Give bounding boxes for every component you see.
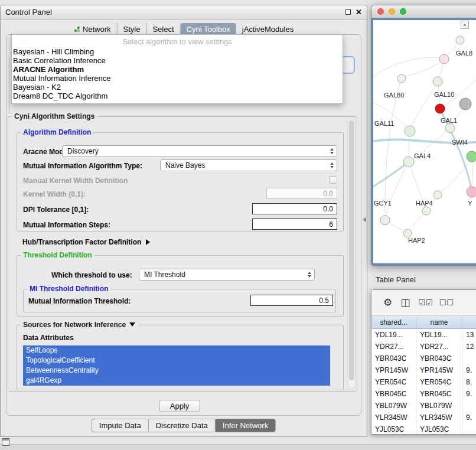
- close-traffic-light[interactable]: [377, 8, 384, 15]
- float-panel-icon[interactable]: [345, 9, 351, 15]
- algorithm-option[interactable]: Basic Correlation Inference: [12, 56, 343, 65]
- attribute-list-item[interactable]: BetweennessCentrality: [23, 366, 330, 376]
- aracne-mode-select[interactable]: Discovery: [62, 145, 337, 157]
- dpi-tolerance-label: DPI Tolerance [0,1]:: [23, 206, 89, 214]
- network-node: [433, 191, 442, 199]
- algorithm-option[interactable]: Dream8 DC_TDC Algorithm: [12, 92, 343, 100]
- attribute-list-item[interactable]: SelfLoops: [23, 345, 330, 356]
- select-all-checks-icon[interactable]: ☑☑: [418, 299, 433, 306]
- table-row[interactable]: YBR045CYBR045C9.: [371, 388, 476, 400]
- which-threshold-value: MI Threshold: [144, 270, 185, 279]
- table-body: YDL19...YDL19...13YDR27...YDR27...12YBR0…: [371, 329, 476, 434]
- network-edge: [373, 162, 409, 187]
- close-icon[interactable]: ✕: [356, 9, 362, 15]
- kernel-width-field[interactable]: 0.0: [266, 188, 337, 199]
- dpi-tolerance-field[interactable]: 0.0: [252, 203, 337, 214]
- panel-title: Control Panel: [5, 8, 52, 17]
- node-label: Y: [468, 200, 472, 207]
- zoom-traffic-light[interactable]: [400, 8, 406, 15]
- mi-threshold-field[interactable]: 0.5: [250, 295, 333, 306]
- network-window-titlebar[interactable]: [371, 5, 476, 18]
- algorithm-option[interactable]: Bayesian - K2: [12, 83, 343, 92]
- network-edge: [385, 79, 402, 220]
- tab-label: Network: [83, 25, 111, 34]
- mi-threshold-group: MI Threshold Definition Mutual Informati…: [23, 289, 336, 312]
- table-row[interactable]: YJL053CYJL053C: [371, 423, 476, 434]
- attribute-list-item[interactable]: TopologicalCoefficient: [23, 356, 330, 366]
- network-node: [422, 207, 431, 215]
- scrollbar-thumb[interactable]: [349, 120, 354, 380]
- tab-cyni-toolbox[interactable]: Cyni Toolbox: [181, 23, 236, 35]
- which-threshold-select[interactable]: MI Threshold: [139, 269, 315, 281]
- table-cell: YPR145W: [371, 364, 416, 376]
- settings-scrollbar[interactable]: [348, 119, 356, 388]
- table-row[interactable]: YPR145WYPR145W9.: [371, 364, 476, 376]
- node-label: GAL80: [384, 92, 404, 99]
- dpi-tolerance-value: 0.0: [323, 205, 333, 213]
- table-cell: YER054C: [416, 376, 462, 388]
- panel-splitter-handle[interactable]: [363, 217, 366, 222]
- column-header-extra[interactable]: [462, 316, 476, 328]
- tab-discretize-data[interactable]: Discretize Data: [148, 419, 215, 432]
- algorithm-option[interactable]: Mutual Information Inference: [12, 74, 343, 83]
- node-label: HAP2: [408, 237, 425, 244]
- tab-select[interactable]: Select: [146, 23, 180, 35]
- hidden-group-border: [9, 57, 9, 113]
- table-row[interactable]: YLR345WYLR345W9.: [371, 412, 476, 423]
- mi-algorithm-type-label: Mutual Information Algorithm Type:: [23, 162, 142, 170]
- node-label: GAL10: [434, 91, 454, 98]
- table-row[interactable]: YBR043CYBR043C: [371, 353, 476, 364]
- expand-arrow-icon: [146, 239, 150, 245]
- algorithm-option[interactable]: Bayesian - Hill Climbing: [12, 47, 343, 56]
- top-tab-bar: Network Style Select Cyni Toolbox jActiv…: [68, 23, 299, 35]
- restore-panel-icon[interactable]: [2, 438, 9, 446]
- table-row[interactable]: YBL079WYBL079W: [371, 400, 476, 412]
- sources-title[interactable]: Sources for Network Inference: [21, 321, 138, 329]
- table-cell: 9.: [462, 412, 476, 423]
- attribute-list-item[interactable]: gal4RGexp: [23, 376, 330, 386]
- mi-steps-field[interactable]: 6: [252, 219, 337, 230]
- mi-algorithm-type-select[interactable]: Naive Bayes: [160, 159, 337, 171]
- algorithm-definition-group: Algorithm Definition Aracne Mode: Discov…: [17, 132, 344, 231]
- column-header-shared-name[interactable]: shared...: [371, 316, 416, 328]
- network-node: [405, 126, 415, 136]
- table-cell: [462, 423, 476, 434]
- sources-title-text: Sources for Network Inference: [23, 321, 126, 329]
- tab-style[interactable]: Style: [118, 23, 147, 35]
- tab-network[interactable]: Network: [68, 23, 118, 35]
- threshold-definition-title: Threshold Definition: [21, 251, 94, 259]
- stepper-icon: [330, 148, 334, 154]
- network-canvas[interactable]: GAL8GAL80GAL10GAL11GAL1SWI4GAL4GCY1HAP4Y…: [371, 18, 476, 265]
- deselect-all-checks-icon[interactable]: ☐☐: [439, 299, 454, 306]
- table-row[interactable]: YDR27...YDR27...12: [371, 341, 476, 353]
- columns-icon[interactable]: ◫: [400, 298, 410, 308]
- table-row[interactable]: YDL19...YDL19...13: [371, 329, 476, 341]
- screen: Control Panel ✕ Network Style Select Cyn…: [0, 0, 476, 450]
- network-node: [445, 123, 455, 133]
- network-node: [459, 98, 471, 110]
- table-cell: YBR045C: [371, 388, 416, 400]
- manual-kernel-width-checkbox[interactable]: [330, 176, 337, 184]
- tab-jactivemodules[interactable]: jActiveModules: [236, 23, 299, 35]
- tab-label: jActiveModules: [242, 25, 294, 34]
- table-row[interactable]: YER054CYER054C8.: [371, 376, 476, 388]
- canvas-scroll-button[interactable]: [461, 21, 469, 29]
- table-cell: [462, 353, 476, 364]
- network-node: [403, 229, 412, 237]
- kernel-width-label: Kernel Width (0,1):: [23, 190, 86, 198]
- data-attributes-list[interactable]: SelfLoopsTopologicalCoefficientBetweenne…: [23, 345, 330, 387]
- gear-icon[interactable]: ⚙: [383, 298, 392, 308]
- hub-definition-toggle[interactable]: Hub/Transcription Factor Definition: [22, 236, 150, 247]
- apply-label: Apply: [170, 402, 190, 410]
- table-cell: YBR043C: [416, 353, 462, 364]
- minimize-traffic-light[interactable]: [389, 8, 395, 15]
- sources-group: Sources for Network Inference Data Attri…: [17, 325, 344, 390]
- column-header-name[interactable]: name: [416, 316, 462, 328]
- tab-infer-network[interactable]: Infer Network: [215, 419, 276, 432]
- apply-button[interactable]: Apply: [159, 400, 200, 412]
- tab-label: Select: [152, 25, 174, 34]
- algorithm-option[interactable]: ARACNE Algorithm: [12, 65, 343, 74]
- which-threshold-label: Which threshold to use:: [51, 271, 132, 279]
- tab-impute-data[interactable]: Impute Data: [92, 419, 148, 432]
- collapse-arrow-icon: [129, 322, 135, 327]
